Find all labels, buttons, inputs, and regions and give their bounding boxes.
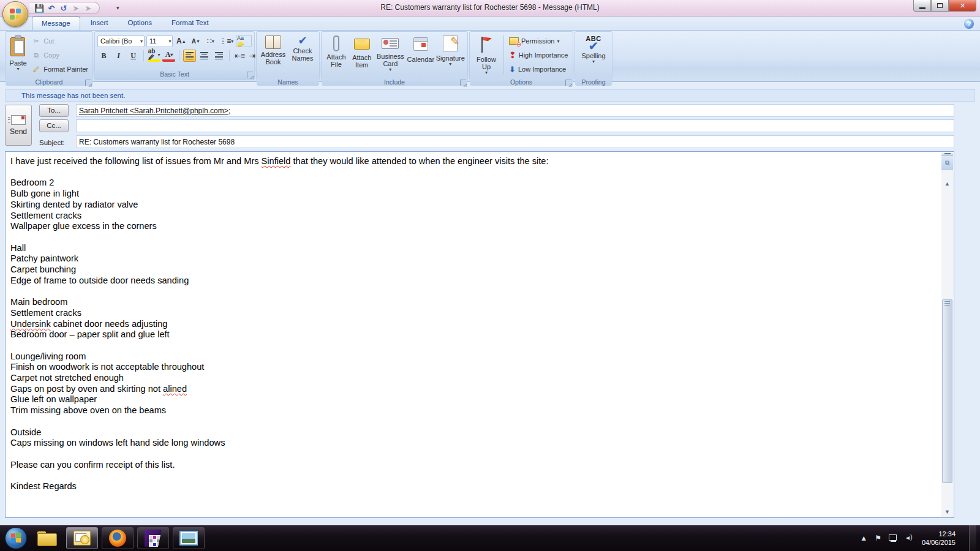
- font-name-combo[interactable]: Calibri (Bo▾: [97, 36, 145, 47]
- attach-item-button[interactable]: Attach Item: [350, 33, 374, 77]
- include-dialog-launcher[interactable]: [460, 80, 466, 86]
- volume-icon[interactable]: [906, 534, 914, 542]
- message-body[interactable]: I have just received the following list …: [5, 151, 954, 518]
- low-importance-icon: ⬇: [509, 65, 516, 74]
- to-button[interactable]: To...: [39, 104, 69, 117]
- scroll-up-arrow[interactable]: ▲: [941, 178, 953, 189]
- bullets-icon[interactable]: ∷▾: [204, 35, 217, 47]
- format-painter-icon: 🖉: [31, 64, 41, 74]
- clear-formatting-icon[interactable]: Aa🧽: [236, 35, 252, 47]
- group-proofing: ABC✔ Spelling▾ Proofing: [575, 31, 612, 80]
- business-card-icon: [382, 38, 399, 49]
- ribbon: Paste▾ ✂Cut ⧉Copy 🖉Format Painter Clipbo…: [0, 31, 980, 82]
- tab-insert[interactable]: Insert: [81, 17, 118, 30]
- low-importance-button[interactable]: ⬇Low Importance: [507, 63, 570, 75]
- address-book-button[interactable]: Address Book: [259, 33, 287, 77]
- copy-icon: ⧉: [31, 50, 41, 60]
- group-basic-text: Calibri (Bo▾ 11▾ A▲ A▼ ∷▾ ⋮≡▾ Aa🧽 B I U …: [94, 31, 255, 80]
- grow-font-icon[interactable]: A▲: [175, 35, 187, 47]
- attach-file-button[interactable]: Attach File: [324, 33, 349, 77]
- network-icon[interactable]: [889, 534, 899, 542]
- align-right-icon: [215, 51, 223, 61]
- group-label-clipboard: Clipboard: [6, 78, 92, 86]
- business-card-button[interactable]: Business Card▾: [375, 33, 405, 77]
- group-label-options: Options: [470, 78, 573, 86]
- send-envelope-icon: [11, 115, 26, 125]
- signature-button[interactable]: Signature▾: [436, 33, 465, 77]
- decrease-indent-icon[interactable]: ⇤≡: [233, 50, 246, 62]
- align-center-button[interactable]: [198, 50, 211, 62]
- tab-options[interactable]: Options: [118, 17, 161, 30]
- hidden-icons-arrow[interactable]: ▲: [860, 534, 867, 542]
- taskbar-explorer-button[interactable]: [31, 527, 62, 549]
- start-button[interactable]: [5, 527, 27, 549]
- clock-date: 04/06/2015: [922, 538, 956, 547]
- high-importance-icon: ❢: [509, 50, 516, 60]
- check-names-button[interactable]: ✔ Check Names: [288, 33, 317, 77]
- calendar-button[interactable]: Calendar: [407, 33, 435, 77]
- cc-button[interactable]: Cc...: [39, 119, 69, 132]
- photo-app-icon: [179, 531, 198, 545]
- taskbar-outlook-button[interactable]: [66, 527, 98, 549]
- clock[interactable]: 12:34 04/06/2015: [922, 530, 962, 547]
- shrink-font-icon[interactable]: A▼: [189, 35, 202, 47]
- format-painter-button[interactable]: 🖉Format Painter: [29, 63, 90, 75]
- cut-button[interactable]: ✂Cut: [29, 35, 90, 47]
- permission-button[interactable]: Permission▾: [507, 35, 570, 47]
- italic-button[interactable]: I: [112, 50, 125, 62]
- group-label-names: Names: [257, 78, 319, 86]
- font-color-button[interactable]: A▾: [162, 50, 175, 62]
- bold-button[interactable]: B: [97, 50, 110, 62]
- firefox-icon: [109, 530, 126, 547]
- restore-button[interactable]: [931, 0, 949, 12]
- align-left-button[interactable]: [183, 50, 196, 62]
- office-button[interactable]: [2, 1, 28, 27]
- titlebar: 💾 ↶ ↺ ➤ ➤ ▾ RE: Customers warranty list …: [0, 0, 980, 17]
- taskbar-firefox-button[interactable]: [102, 527, 134, 549]
- ruler-toggle-button[interactable]: ⧉: [941, 156, 953, 170]
- permission-icon: [509, 37, 519, 45]
- close-button[interactable]: ✕: [949, 0, 976, 12]
- copy-button[interactable]: ⧉Copy: [29, 49, 90, 61]
- group-label-basic-text: Basic Text: [95, 70, 254, 80]
- tab-format-text[interactable]: Format Text: [162, 17, 218, 30]
- show-desktop-button[interactable]: [969, 525, 976, 551]
- options-dialog-launcher[interactable]: [565, 80, 571, 86]
- minimize-button[interactable]: [913, 0, 931, 12]
- basic-text-dialog-launcher[interactable]: [247, 72, 253, 78]
- clipboard-dialog-launcher[interactable]: [85, 80, 91, 86]
- follow-up-button[interactable]: Follow Up▾: [472, 33, 500, 77]
- scroll-down-arrow[interactable]: ▼: [941, 506, 953, 517]
- tab-message[interactable]: Message: [32, 17, 80, 30]
- paste-button[interactable]: Paste▾: [8, 33, 28, 77]
- taskbar-photo-app-button[interactable]: [173, 527, 205, 549]
- to-recipient[interactable]: Sarah Pritchett <Sarah.Pritchett@phplh.c…: [79, 107, 230, 115]
- scrollbar-thumb[interactable]: [942, 299, 952, 483]
- subject-field[interactable]: RE: Customers warranty list for Rocheste…: [76, 135, 954, 148]
- system-tray: ▲ ⚑ 12:34 04/06/2015: [860, 525, 980, 551]
- vertical-scrollbar[interactable]: ⧉ ▲ ▼: [941, 152, 953, 517]
- align-right-button[interactable]: [213, 50, 225, 62]
- high-importance-button[interactable]: ❢High Importance: [507, 49, 570, 61]
- highlight-button[interactable]: ab🖉▾: [148, 50, 161, 62]
- action-center-flag-icon[interactable]: ⚑: [875, 534, 881, 542]
- underline-button[interactable]: U: [127, 50, 140, 62]
- spelling-button[interactable]: ABC✔ Spelling▾: [578, 33, 609, 77]
- to-field[interactable]: Sarah Pritchett <Sarah.Pritchett@phplh.c…: [76, 104, 954, 117]
- grid-app-icon: [145, 530, 162, 547]
- align-left-icon: [186, 51, 194, 61]
- numbering-icon[interactable]: ⋮≡▾: [219, 35, 234, 47]
- signature-icon: [443, 36, 458, 51]
- attach-item-icon: [354, 39, 370, 50]
- ribbon-tab-row: Message Insert Options Format Text: [0, 17, 980, 31]
- help-icon[interactable]: ?: [964, 19, 974, 29]
- group-names: Address Book ✔ Check Names Names: [256, 31, 320, 80]
- font-size-combo[interactable]: 11▾: [146, 36, 173, 47]
- cc-field[interactable]: [76, 119, 954, 132]
- send-button[interactable]: Send: [5, 105, 32, 146]
- taskbar-grid-app-button[interactable]: [137, 527, 169, 549]
- message-body-text[interactable]: I have just received the following list …: [10, 156, 935, 515]
- infobar: This message has not been sent.: [5, 89, 975, 102]
- office-logo-icon: [10, 9, 21, 20]
- follow-up-flag-icon: [480, 36, 493, 54]
